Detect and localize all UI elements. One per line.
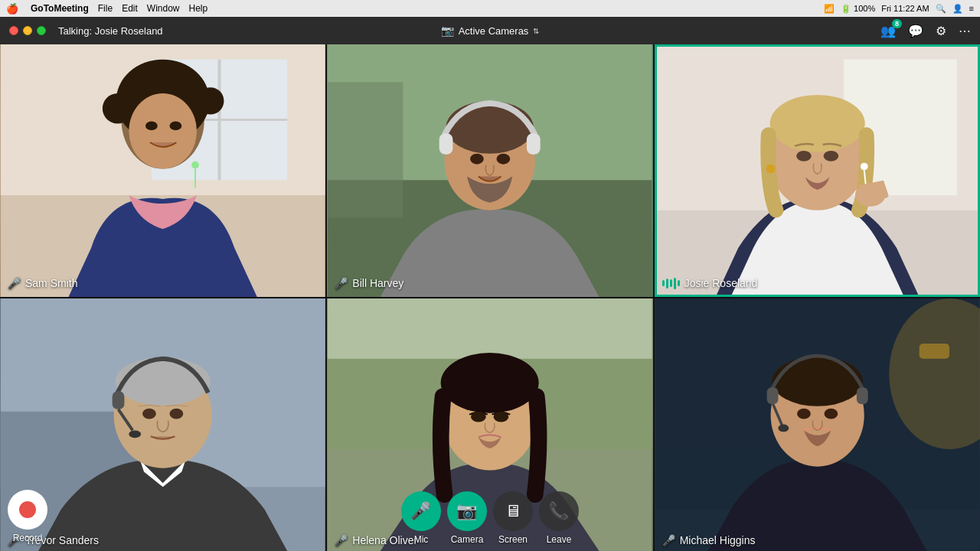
svg-rect-22 <box>527 133 541 155</box>
svg-point-7 <box>103 93 132 123</box>
menu-window[interactable]: Window <box>147 3 180 14</box>
portrait-michael-higgins <box>655 298 980 551</box>
record-button-area[interactable]: Record <box>8 490 47 543</box>
ellipsis-icon: ⋯ <box>959 24 971 38</box>
video-cell-josie-roseland[interactable]: Josie Roseland <box>655 44 980 297</box>
participant-name-bill: Bill Harvey <box>352 277 403 289</box>
svg-point-46 <box>142 409 156 419</box>
svg-point-66 <box>778 425 789 432</box>
video-cell-bill-harvey[interactable]: 🎤 Bill Harvey <box>327 44 652 297</box>
screen-button-circle[interactable]: 🖥 <box>493 491 533 531</box>
record-button[interactable] <box>8 490 47 530</box>
video-cell-sam-smith[interactable]: 🎤 Sam Smith <box>0 44 325 297</box>
mic-icon-sam: 🎤 <box>8 277 21 289</box>
video-cell-michael-higgins[interactable]: 🎤 Michael Higgins <box>655 298 980 551</box>
svg-point-35 <box>796 151 812 161</box>
leave-toolbar-button[interactable]: 📞 Leave <box>539 491 579 545</box>
mic-toolbar-button[interactable]: 🎤 Mic <box>401 491 441 545</box>
svg-point-23 <box>470 154 484 165</box>
svg-point-20 <box>446 101 534 154</box>
svg-point-45 <box>129 430 141 438</box>
search-icon[interactable]: 🔍 <box>936 4 946 14</box>
list-icon[interactable]: ≡ <box>969 4 974 13</box>
mic-icon: 🎤 <box>410 501 431 521</box>
svg-point-34 <box>766 165 775 174</box>
participant-name-michael: Michael Higgins <box>680 534 756 546</box>
clock: Fri 11:22 AM <box>881 4 929 13</box>
chat-button[interactable]: 💬 <box>908 24 923 38</box>
maximize-button[interactable] <box>37 26 46 35</box>
app-name[interactable]: GoToMeeting <box>31 3 89 14</box>
participants-button[interactable]: 👥 8 <box>880 24 896 38</box>
camera-icon-toolbar: 📷 <box>456 501 477 521</box>
svg-rect-21 <box>439 133 453 155</box>
active-cameras-control[interactable]: 📷 Active Cameras ⇅ <box>441 24 540 37</box>
svg-point-68 <box>824 409 838 419</box>
mic-icon-bill: 🎤 <box>335 277 348 289</box>
chat-icon: 💬 <box>908 24 923 38</box>
menu-file[interactable]: File <box>98 3 113 14</box>
camera-icon: 📷 <box>441 24 454 37</box>
svg-point-62 <box>772 357 862 406</box>
close-button[interactable] <box>9 26 18 35</box>
name-label-sam-smith: 🎤 Sam Smith <box>8 277 77 289</box>
traffic-lights <box>9 26 46 35</box>
svg-point-47 <box>170 409 184 419</box>
screen-icon: 🖥 <box>505 501 521 521</box>
video-cell-trevor-sanders[interactable]: Record 🎤 Trevor Sanders <box>0 298 325 551</box>
svg-point-8 <box>197 87 224 114</box>
svg-point-10 <box>129 93 197 169</box>
mic-button-circle[interactable]: 🎤 <box>401 491 441 531</box>
svg-rect-18 <box>328 82 403 217</box>
svg-point-11 <box>191 161 199 169</box>
battery-icon: 🔋 100% <box>841 4 875 14</box>
menu-edit[interactable]: Edit <box>122 3 138 14</box>
participant-name-sam: Sam Smith <box>25 277 77 289</box>
camera-toolbar-button[interactable]: 📷 Camera <box>447 491 487 545</box>
waveform-icon-josie <box>662 278 680 289</box>
svg-point-14 <box>170 121 182 130</box>
portrait-trevor-sanders <box>0 298 325 551</box>
more-button[interactable]: ⋯ <box>959 24 971 38</box>
name-label-josie-roseland: Josie Roseland <box>662 277 758 289</box>
svg-point-36 <box>823 151 838 161</box>
minimize-button[interactable] <box>23 26 32 35</box>
apple-icon[interactable]: 🍎 <box>6 3 18 15</box>
menubar-right: 📶 🔋 100% Fri 11:22 AM 🔍 👤 ≡ <box>824 4 974 14</box>
svg-point-32 <box>860 163 867 171</box>
leave-button-circle[interactable]: 📞 <box>539 491 579 531</box>
menu-help[interactable]: Help <box>189 3 208 14</box>
name-label-michael-higgins: 🎤 Michael Higgins <box>662 534 756 546</box>
screen-toolbar-button[interactable]: 🖥 Screen <box>493 491 533 545</box>
svg-point-31 <box>769 95 864 152</box>
svg-rect-64 <box>857 387 868 404</box>
mic-icon-michael: 🎤 <box>662 534 675 546</box>
video-cell-helena-oliver[interactable]: 🎤 Mic 📷 Camera 🖥 Screen 📞 Lea <box>327 298 652 551</box>
record-label: Record <box>13 533 43 543</box>
talking-indicator: Talking: Josie Roseland <box>58 25 163 37</box>
settings-button[interactable]: ⚙ <box>936 24 946 38</box>
svg-point-42 <box>116 357 211 406</box>
svg-rect-50 <box>328 298 652 359</box>
svg-point-24 <box>497 154 511 165</box>
participant-count-badge: 8 <box>892 19 902 28</box>
camera-button-circle[interactable]: 📷 <box>447 491 487 531</box>
user-icon[interactable]: 👤 <box>952 4 963 14</box>
portrait-bill-harvey <box>327 44 652 297</box>
meeting-toolbar: 🎤 Mic 📷 Camera 🖥 Screen 📞 Lea <box>389 485 591 551</box>
screen-button-label: Screen <box>498 534 528 545</box>
wifi-icon: 📶 <box>824 4 835 14</box>
svg-point-67 <box>797 409 811 419</box>
titlebar-actions: 👥 8 💬 ⚙ ⋯ <box>880 24 971 38</box>
name-label-bill-harvey: 🎤 Bill Harvey <box>335 277 403 289</box>
mic-button-label: Mic <box>414 534 429 545</box>
svg-rect-59 <box>919 344 949 359</box>
svg-rect-63 <box>766 387 778 404</box>
svg-point-13 <box>145 121 158 130</box>
camera-button-label: Camera <box>451 534 484 545</box>
chevron-updown-icon: ⇅ <box>533 27 539 35</box>
mic-icon-helena: 🎤 <box>335 534 348 546</box>
participant-name-josie: Josie Roseland <box>684 277 758 289</box>
active-cameras-label: Active Cameras <box>459 25 529 37</box>
record-dot-icon <box>19 501 36 518</box>
